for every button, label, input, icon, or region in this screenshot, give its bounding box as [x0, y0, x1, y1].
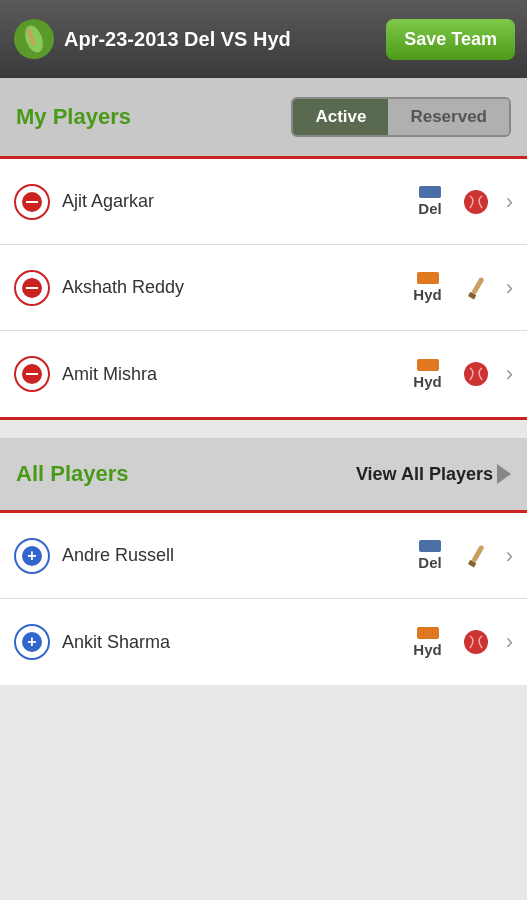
add-btn-inner: + [22, 546, 42, 566]
all-players-list: + Andre Russell Del › + Ankit Sharma Hyd [0, 510, 527, 685]
add-btn-inner: + [22, 632, 42, 652]
bowler-icon [462, 188, 490, 216]
bowler-icon [462, 628, 490, 656]
svg-point-3 [464, 190, 488, 214]
view-all-label: View All Players [356, 464, 493, 485]
player-name: Akshath Reddy [50, 277, 413, 298]
all-player-row: + Ankit Sharma Hyd › [0, 599, 527, 685]
remove-player-button[interactable] [14, 184, 50, 220]
minus-icon [26, 287, 38, 289]
all-players-label: All Players [16, 461, 129, 487]
reserved-tab[interactable]: Reserved [388, 99, 509, 135]
plus-icon: + [27, 548, 36, 564]
remove-btn-inner [22, 278, 42, 298]
all-players-section-header: All Players View All Players [0, 438, 527, 510]
role-icon [460, 626, 492, 658]
team-badge: Del [418, 540, 441, 571]
detail-chevron[interactable]: › [506, 189, 513, 215]
detail-chevron[interactable]: › [506, 275, 513, 301]
svg-rect-4 [471, 276, 484, 294]
player-name: Amit Mishra [50, 364, 413, 385]
team-name: Hyd [413, 286, 441, 303]
role-icon [460, 540, 492, 572]
role-icon [460, 186, 492, 218]
my-player-row: Ajit Agarkar Del › [0, 159, 527, 245]
player-name: Andre Russell [50, 545, 418, 566]
section-spacer [0, 420, 527, 438]
player-name: Ankit Sharma [50, 632, 413, 653]
minus-icon [26, 201, 38, 203]
minus-icon [26, 373, 38, 375]
my-players-section-header: My Players Active Reserved [0, 78, 527, 156]
my-players-list: Ajit Agarkar Del › Akshath Reddy Hyd [0, 156, 527, 420]
bowler-icon [462, 360, 490, 388]
save-team-button[interactable]: Save Team [386, 19, 515, 60]
header-left: Apr-23-2013 Del VS Hyd [12, 17, 291, 61]
team-name: Del [418, 200, 441, 217]
team-color-bar [417, 359, 439, 371]
view-all-players-button[interactable]: View All Players [356, 464, 511, 485]
add-player-button[interactable]: + [14, 538, 50, 574]
svg-point-6 [464, 362, 488, 386]
remove-player-button[interactable] [14, 270, 50, 306]
add-player-button[interactable]: + [14, 624, 50, 660]
role-icon [460, 358, 492, 390]
role-icon [460, 272, 492, 304]
team-color-bar [417, 272, 439, 284]
app-header: Apr-23-2013 Del VS Hyd Save Team [0, 0, 527, 78]
detail-chevron[interactable]: › [506, 543, 513, 569]
my-player-row: Amit Mishra Hyd › [0, 331, 527, 417]
batsman-icon [462, 274, 490, 302]
remove-btn-inner [22, 364, 42, 384]
all-player-row: + Andre Russell Del › [0, 513, 527, 599]
team-color-bar [419, 540, 441, 552]
team-color-bar [419, 186, 441, 198]
active-reserved-toggle[interactable]: Active Reserved [291, 97, 511, 137]
plus-icon: + [27, 634, 36, 650]
team-name: Hyd [413, 641, 441, 658]
detail-chevron[interactable]: › [506, 629, 513, 655]
my-players-label: My Players [16, 104, 131, 130]
team-name: Hyd [413, 373, 441, 390]
team-badge: Del [418, 186, 441, 217]
active-tab[interactable]: Active [293, 99, 388, 135]
batsman-icon [462, 542, 490, 570]
my-player-row: Akshath Reddy Hyd › [0, 245, 527, 331]
team-badge: Hyd [413, 272, 441, 303]
svg-point-9 [464, 630, 488, 654]
remove-btn-inner [22, 192, 42, 212]
team-name: Del [418, 554, 441, 571]
detail-chevron[interactable]: › [506, 361, 513, 387]
player-name: Ajit Agarkar [50, 191, 418, 212]
header-title: Apr-23-2013 Del VS Hyd [64, 28, 291, 51]
view-all-arrow-icon [497, 464, 511, 484]
team-color-bar [417, 627, 439, 639]
team-badge: Hyd [413, 627, 441, 658]
svg-rect-7 [471, 544, 484, 562]
cricket-logo-icon [12, 17, 56, 61]
team-badge: Hyd [413, 359, 441, 390]
remove-player-button[interactable] [14, 356, 50, 392]
